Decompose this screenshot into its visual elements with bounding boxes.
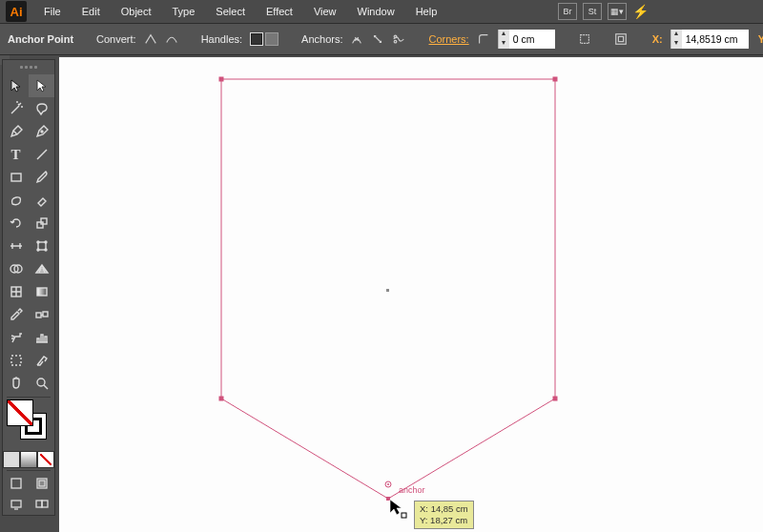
corners-label[interactable]: Corners:: [428, 33, 468, 45]
svg-point-11: [45, 241, 47, 243]
canvas[interactable]: anchor X: 14,85 cm Y: 18,27 cm: [59, 57, 763, 532]
align-to-pixel-icon[interactable]: [578, 30, 591, 49]
svg-rect-25: [11, 501, 21, 507]
rectangle-tool[interactable]: [3, 166, 29, 189]
menu-view[interactable]: View: [304, 3, 346, 20]
connect-anchor-icon[interactable]: [371, 30, 384, 49]
symbol-sprayer-tool[interactable]: [3, 326, 29, 349]
none-mode-icon[interactable]: [37, 451, 54, 468]
handles-show-icon[interactable]: [250, 32, 263, 46]
menu-select[interactable]: Select: [206, 3, 255, 20]
x-spin-down[interactable]: ▾: [671, 39, 682, 49]
corner-type-icon[interactable]: [477, 30, 490, 49]
svg-rect-24: [39, 481, 45, 486]
direct-selection-tool[interactable]: [29, 74, 54, 97]
column-graph-tool[interactable]: [29, 326, 54, 349]
x-position-field[interactable]: [682, 30, 749, 49]
menu-help[interactable]: Help: [406, 3, 447, 20]
app-logo: Ai: [6, 1, 27, 22]
svg-rect-26: [36, 501, 42, 507]
hand-tool[interactable]: [3, 372, 29, 395]
convert-smooth-icon[interactable]: [165, 30, 178, 49]
eraser-tool[interactable]: [29, 189, 54, 212]
svg-rect-33: [386, 289, 389, 292]
menu-edit[interactable]: Edit: [72, 3, 110, 20]
artwork-shape[interactable]: [217, 74, 579, 513]
menu-type[interactable]: Type: [163, 3, 205, 20]
svg-rect-3: [615, 34, 626, 45]
remove-anchor-icon[interactable]: [350, 30, 363, 49]
eyedropper-tool[interactable]: [3, 303, 29, 326]
menu-file[interactable]: File: [34, 3, 71, 20]
svg-rect-28: [219, 77, 223, 81]
change-screen-icon[interactable]: [29, 494, 54, 515]
x-position-input[interactable]: ▴▾: [670, 30, 749, 49]
free-transform-tool[interactable]: [29, 235, 54, 257]
anchors-label: Anchors:: [301, 33, 342, 45]
svg-rect-29: [553, 77, 557, 81]
perspective-grid-tool[interactable]: [29, 257, 54, 280]
color-mode-icon[interactable]: [3, 451, 20, 468]
magic-wand-tool[interactable]: [3, 97, 29, 120]
svg-point-35: [387, 483, 389, 485]
menu-window[interactable]: Window: [348, 3, 404, 20]
menu-object[interactable]: Object: [112, 3, 161, 20]
menu-effect[interactable]: Effect: [257, 3, 302, 20]
svg-point-13: [45, 249, 47, 251]
blend-tool[interactable]: [29, 303, 54, 326]
width-tool[interactable]: [3, 235, 29, 257]
corner-spin-down[interactable]: ▾: [499, 39, 509, 49]
arrange-docs-icon[interactable]: ▦▾: [608, 3, 627, 20]
scale-tool[interactable]: [29, 212, 54, 235]
svg-rect-7: [37, 222, 43, 228]
svg-point-0: [395, 40, 398, 43]
cut-path-icon[interactable]: [392, 30, 405, 49]
type-tool[interactable]: T: [3, 143, 29, 166]
stock-icon[interactable]: St: [583, 3, 602, 20]
pen-tool[interactable]: [3, 120, 29, 143]
menu-bar: Ai File Edit Object Type Select Effect V…: [0, 0, 763, 23]
fill-stroke-picker[interactable]: [3, 399, 54, 451]
svg-rect-30: [553, 397, 557, 400]
isolate-icon[interactable]: [614, 30, 628, 49]
line-tool[interactable]: [29, 143, 54, 166]
svg-point-1: [395, 35, 398, 38]
fill-swatch[interactable]: [7, 399, 33, 426]
svg-rect-4: [618, 36, 623, 41]
gradient-mode-icon[interactable]: [20, 451, 37, 468]
mesh-tool[interactable]: [3, 280, 29, 303]
screen-mode-icon[interactable]: [3, 494, 29, 515]
artboard-tool[interactable]: [3, 349, 29, 372]
shape-builder-tool[interactable]: [3, 257, 29, 280]
svg-rect-31: [219, 397, 223, 400]
handles-label: Handles:: [201, 33, 242, 45]
convert-corner-icon[interactable]: [144, 30, 157, 49]
svg-point-21: [37, 379, 45, 386]
y-label: Y:: [758, 33, 763, 45]
paintbrush-tool[interactable]: [29, 166, 54, 189]
gradient-tool[interactable]: [29, 280, 54, 303]
slice-tool[interactable]: [29, 349, 54, 372]
draw-normal-icon[interactable]: [3, 473, 29, 494]
corner-radius-input[interactable]: ▴▾: [498, 30, 555, 49]
toolbox: T: [2, 59, 55, 516]
rotate-tool[interactable]: [3, 212, 29, 235]
curvature-tool[interactable]: [29, 120, 54, 143]
draw-behind-icon[interactable]: [29, 473, 54, 494]
zoom-tool[interactable]: [29, 372, 54, 395]
bridge-icon[interactable]: Br: [558, 3, 577, 20]
svg-rect-32: [386, 497, 390, 501]
control-bar: Anchor Point Convert: Handles: Anchors: …: [0, 23, 763, 55]
handles-hide-icon[interactable]: [265, 32, 278, 46]
svg-rect-6: [11, 174, 21, 181]
svg-point-10: [37, 241, 39, 243]
svg-rect-8: [41, 218, 47, 224]
lasso-tool[interactable]: [29, 97, 54, 120]
gpu-icon[interactable]: ⚡: [632, 4, 649, 19]
shaper-tool[interactable]: [3, 189, 29, 212]
selection-tool[interactable]: [3, 74, 29, 97]
svg-rect-19: [43, 312, 48, 317]
svg-point-12: [37, 249, 39, 251]
corner-radius-field[interactable]: [509, 30, 555, 49]
anchor-hint-label: anchor: [399, 485, 425, 495]
